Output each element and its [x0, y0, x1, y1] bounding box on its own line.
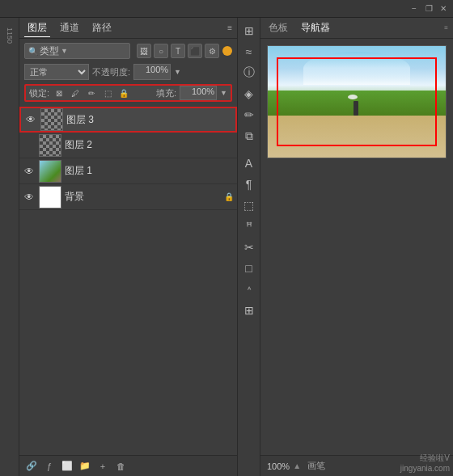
blend-mode-select[interactable]: 正常 — [24, 64, 89, 80]
status-label: 画笔 — [307, 460, 325, 472]
filter-icon-shape[interactable]: ⬛ — [188, 44, 202, 58]
layer-item-1[interactable]: 👁 图层 1 — [19, 158, 237, 184]
tab-color-swatches[interactable]: 色板 — [265, 19, 291, 36]
filter-toggle[interactable] — [222, 46, 232, 56]
layer-name-background: 背景 — [65, 190, 221, 204]
right-panel: 色板 导航器 ≡ 100% — [260, 18, 453, 476]
zoom-value: 100% — [267, 461, 290, 471]
layer-name-2: 图层 2 — [65, 138, 234, 152]
fill-dropdown-arrow: ▼ — [220, 89, 227, 97]
zoom-arrows[interactable]: ▲ — [293, 461, 301, 470]
filter-icon-circle[interactable]: ○ — [154, 44, 168, 58]
opacity-dropdown-arrow: ▼ — [174, 68, 181, 76]
eye-icon-2[interactable] — [23, 139, 36, 152]
layer-list: 👁 图层 3 图层 2 👁 图层 1 👁 背景 🔒 — [19, 107, 237, 455]
font-small-btn[interactable]: ᴬ — [239, 280, 259, 299]
layer-name-1: 图层 1 — [65, 164, 234, 178]
panel-menu-icon[interactable]: ≡ — [227, 23, 232, 32]
eye-icon-3[interactable]: 👁 — [24, 113, 37, 126]
layer-item-2[interactable]: 图层 2 — [19, 133, 237, 158]
close-button[interactable]: ✕ — [437, 2, 450, 15]
info-btn[interactable]: ⓘ — [239, 63, 259, 82]
type-tool-btn[interactable]: A — [239, 154, 259, 173]
right-panel-tabs: 色板 导航器 ≡ — [260, 18, 453, 39]
status-bar: 100% ▲ 画笔 — [260, 455, 453, 476]
paragraph-btn[interactable]: ¶ — [239, 175, 259, 194]
panel-tabs: 图层 通道 路径 ≡ — [19, 18, 237, 39]
grid-btn[interactable]: ⊞ — [239, 301, 259, 320]
lock-crop-btn[interactable]: 🖊 — [69, 86, 82, 99]
layers-panel: 图层 通道 路径 ≡ 🔍 类型 ▼ 🖼 ○ T ⬛ ⚙ — [19, 18, 238, 476]
add-style-btn[interactable]: ƒ — [42, 459, 57, 474]
background-lock-icon: 🔒 — [224, 192, 234, 201]
eye-icon-1[interactable]: 👁 — [23, 165, 36, 178]
link-layers-btn[interactable]: 🔗 — [24, 459, 39, 474]
fill-label: 填充: — [156, 87, 176, 99]
layer-item-background[interactable]: 👁 背景 🔒 — [19, 184, 237, 210]
minimize-button[interactable]: − — [408, 2, 421, 15]
nav-clouds — [303, 52, 410, 85]
add-mask-btn[interactable]: ⬜ — [60, 459, 74, 474]
layer-thumb-background — [39, 186, 61, 209]
tab-layers[interactable]: 图层 — [24, 19, 50, 37]
delete-layer-btn[interactable]: 🗑 — [113, 459, 128, 474]
middle-toolbar: ⊞ ≈ ⓘ ◈ ✏ ⧉ A ¶ ⬚ ꟸ ✂ □ ᴬ ⊞ — [238, 18, 260, 476]
layer-thumb-1 — [39, 160, 61, 183]
lock-all-btn[interactable]: 🔒 — [117, 86, 130, 99]
right-panel-menu[interactable]: ≡ — [444, 24, 448, 32]
layer-item-3[interactable]: 👁 图层 3 — [19, 107, 237, 133]
resize-btn[interactable]: ꟸ — [239, 217, 259, 236]
layer-name-3: 图层 3 — [66, 113, 232, 127]
filter-type-select[interactable]: 🔍 类型 ▼ — [24, 43, 130, 59]
layer-controls: 🔍 类型 ▼ 🖼 ○ T ⬛ ⚙ 正常 不透明度: — [19, 39, 237, 107]
new-group-btn[interactable]: 📁 — [78, 459, 92, 474]
filter-icon-smart[interactable]: ⚙ — [205, 44, 219, 58]
tab-navigator[interactable]: 导航器 — [298, 19, 333, 36]
new-layer-btn[interactable]: + — [95, 459, 110, 474]
lock-position-btn[interactable]: ⊠ — [53, 86, 66, 99]
zoom-up-arrow[interactable]: ▲ — [293, 461, 301, 470]
filter-icon-text[interactable]: T — [171, 44, 185, 58]
ruler-value: 1150 — [6, 27, 14, 44]
layer-btn[interactable]: ⧉ — [239, 126, 259, 145]
move-tool-btn[interactable]: ⊞ — [239, 21, 259, 40]
filter-row: 🔍 类型 ▼ 🖼 ○ T ⬛ ⚙ — [24, 42, 232, 60]
filter-icon-image[interactable]: 🖼 — [137, 44, 151, 58]
lock-fill-row: 锁定: ⊠ 🖊 ✏ ⬚ 🔒 填充: 100% ▼ — [24, 84, 232, 102]
tab-paths[interactable]: 路径 — [89, 19, 115, 37]
lock-pixel-btn[interactable]: ✏ — [85, 86, 98, 99]
fill-value[interactable]: 100% — [180, 86, 217, 100]
left-ruler: 1150 — [0, 18, 19, 476]
lock-label: 锁定: — [29, 87, 49, 99]
layer-thumb-3 — [40, 108, 63, 131]
nav-sand — [268, 116, 446, 158]
right-spacer — [260, 165, 453, 455]
blend-opacity-row: 正常 不透明度: 100% ▼ — [24, 63, 232, 81]
opacity-value[interactable]: 100% — [133, 64, 171, 80]
nav-figure — [354, 101, 358, 116]
bottom-layer-icons: 🔗 ƒ ⬜ 📁 + 🗑 — [24, 459, 128, 474]
scissors-btn[interactable]: ✂ — [239, 238, 259, 257]
rect-btn[interactable]: □ — [239, 259, 259, 278]
lock-artboard-btn[interactable]: ⬚ — [101, 86, 114, 99]
main-layout: 1150 图层 通道 路径 ≡ 🔍 类型 ▼ 🖼 — [0, 18, 453, 476]
layer-thumb-2 — [39, 134, 61, 157]
opacity-label: 不透明度: — [92, 66, 130, 78]
color-btn[interactable]: ◈ — [239, 84, 259, 103]
filter-icons-row: 🖼 ○ T ⬛ ⚙ — [137, 44, 219, 58]
edit-btn[interactable]: ✏ — [239, 105, 259, 124]
filter-type-label: 类型 — [40, 44, 59, 58]
transform-btn[interactable]: ⬚ — [239, 196, 259, 215]
adjust-btn[interactable]: ≈ — [239, 42, 259, 61]
nav-image — [268, 46, 446, 158]
bottom-layer-bar: 🔗 ƒ ⬜ 📁 + 🗑 — [19, 455, 237, 476]
navigator-preview[interactable] — [267, 45, 447, 158]
restore-button[interactable]: ❐ — [422, 2, 435, 15]
tab-channels[interactable]: 通道 — [57, 19, 83, 37]
title-bar: − ❐ ✕ — [0, 0, 453, 18]
filter-icon: 🔍 — [28, 47, 38, 56]
filter-dropdown-arrow: ▼ — [61, 47, 68, 55]
eye-icon-background[interactable]: 👁 — [23, 191, 36, 204]
